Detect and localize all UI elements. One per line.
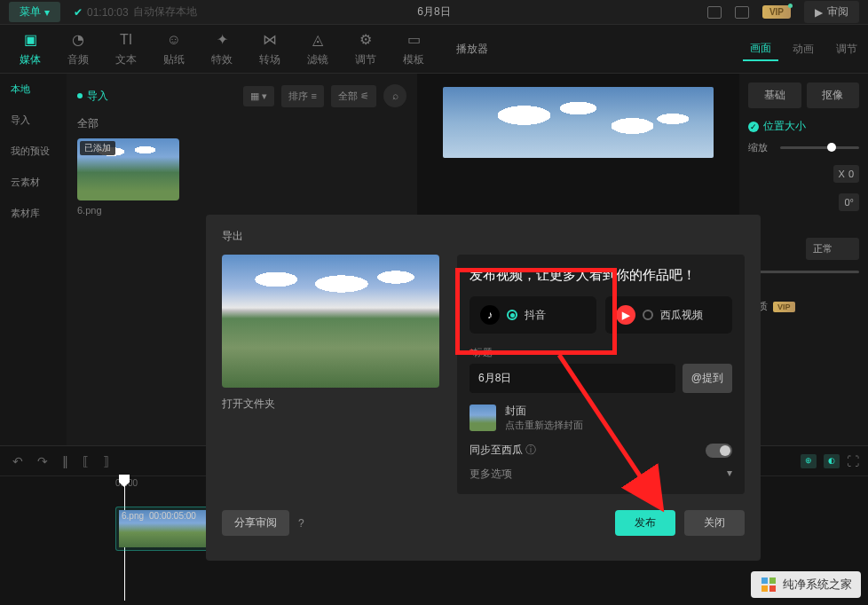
right-tab-animation[interactable]: 动画 xyxy=(785,38,821,60)
vip-badge-small: VIP xyxy=(773,302,795,312)
search-button[interactable]: ⌕ xyxy=(383,84,406,107)
radio-off-icon xyxy=(643,310,653,320)
cover-thumbnail xyxy=(470,405,496,431)
check-icon: ✔ xyxy=(74,6,83,19)
filter-icon: ◬ xyxy=(309,31,327,49)
tl-expand-icon[interactable]: ⛶ xyxy=(847,454,859,468)
prop-slider[interactable] xyxy=(748,271,859,273)
rotation-input[interactable]: 0° xyxy=(839,193,859,211)
scale-label: 缩放 xyxy=(748,141,773,154)
transition-icon: ⋈ xyxy=(261,31,279,49)
platform-xigua[interactable]: ▶ 西瓜视频 xyxy=(605,296,732,334)
sync-toggle[interactable] xyxy=(706,444,732,458)
blend-dropdown[interactable]: 正常 xyxy=(806,238,859,260)
effects-icon: ✦ xyxy=(213,31,231,49)
text-icon: TI xyxy=(117,31,135,49)
tab-text[interactable]: TI 文本 xyxy=(103,27,149,72)
cut-right-icon[interactable]: ⟧ xyxy=(103,454,109,468)
tab-template[interactable]: ▭ 模板 xyxy=(391,27,437,72)
sidebar-preset[interactable]: 我的预设 xyxy=(0,136,67,167)
adjust-icon: ⚙ xyxy=(357,31,375,49)
tab-effects[interactable]: ✦ 特效 xyxy=(199,27,245,72)
tool-tabs: ▣ 媒体 ◔ 音频 TI 文本 ☺ 贴纸 ✦ 特效 ⋈ 转场 ◬ 滤镜 ⚙ 调节… xyxy=(0,25,868,74)
sidebar-local[interactable]: 本地 xyxy=(0,74,67,105)
dot-icon xyxy=(77,93,83,98)
svg-rect-3 xyxy=(769,578,776,584)
media-thumbnail[interactable]: 已添加 xyxy=(77,138,179,200)
play-icon: ▶ xyxy=(815,6,823,19)
tab-transition[interactable]: ⋈ 转场 xyxy=(247,27,293,72)
help-icon[interactable]: ? xyxy=(298,517,304,530)
chevron-down-icon: ▾ xyxy=(44,6,50,19)
sidebar-left: 本地 导入 我的预设 云素材 素材库 xyxy=(0,74,67,445)
share-review-button[interactable]: 分享审阅 xyxy=(222,510,289,536)
tab-filter[interactable]: ◬ 滤镜 xyxy=(295,27,341,72)
layout-icon-1[interactable] xyxy=(707,6,722,19)
undo-icon[interactable]: ↶ xyxy=(12,454,23,468)
modal-title: 导出 xyxy=(222,229,745,244)
radio-on-icon xyxy=(507,310,517,320)
split-icon[interactable]: ‖ xyxy=(62,454,68,468)
sync-label: 同步至西瓜 ⓘ xyxy=(470,443,536,458)
tl-badge-1[interactable]: ⊕ xyxy=(801,454,817,468)
at-mention-button[interactable]: @提到 xyxy=(683,364,732,393)
import-button[interactable]: 导入 xyxy=(77,89,108,104)
title-field-label: *标题 xyxy=(470,346,732,359)
sidebar-library[interactable]: 素材库 xyxy=(0,198,67,229)
cover-selector[interactable]: 封面 点击重新选择封面 xyxy=(470,404,732,432)
right-tabs: 画面 动画 调节 xyxy=(739,25,868,74)
more-options[interactable]: 更多选项 ▾ xyxy=(470,467,732,482)
scale-slider[interactable] xyxy=(780,146,859,149)
open-folder-link[interactable]: 打开文件夹 xyxy=(222,397,439,412)
sort-button[interactable]: 排序 ≡ xyxy=(281,85,323,107)
vip-badge[interactable]: VIP xyxy=(762,5,791,19)
tab-media[interactable]: ▣ 媒体 xyxy=(7,27,53,72)
tab-sticker[interactable]: ☺ 贴纸 xyxy=(151,27,197,72)
clip-label: 6.png 00:00:05:00 xyxy=(122,511,196,521)
tab-audio[interactable]: ◔ 音频 xyxy=(55,27,101,72)
xigua-icon: ▶ xyxy=(616,305,635,325)
watermark-logo-icon xyxy=(760,576,777,593)
view-toggle[interactable]: ▦ ▾ xyxy=(243,86,274,106)
review-button[interactable]: ▶ 审阅 xyxy=(804,1,859,23)
right-tab-adjust[interactable]: 调节 xyxy=(829,38,864,60)
autosave-status: ✔ 01:10:03 自动保存本地 xyxy=(74,4,197,20)
svg-rect-4 xyxy=(761,585,768,592)
sidebar-import[interactable]: 导入 xyxy=(0,105,67,136)
platform-douyin[interactable]: ♪ 抖音 xyxy=(470,296,596,334)
watermark: 纯净系统之家 xyxy=(751,571,861,598)
subtab-basic[interactable]: 基础 xyxy=(748,82,801,108)
sidebar-cloud[interactable]: 云素材 xyxy=(0,167,67,198)
check-icon: ✓ xyxy=(748,122,759,132)
right-tab-picture[interactable]: 画面 xyxy=(743,37,778,61)
layout-icon-2[interactable] xyxy=(735,6,749,19)
douyin-icon: ♪ xyxy=(480,305,500,325)
media-category: 全部 xyxy=(77,116,406,131)
audio-icon: ◔ xyxy=(69,31,87,49)
tl-badge-2[interactable]: ◐ xyxy=(824,454,840,468)
filter-all[interactable]: 全部 ⚟ xyxy=(331,85,376,107)
position-size-header: ✓ 位置大小 xyxy=(748,119,859,134)
topbar: 菜单 ▾ ✔ 01:10:03 自动保存本地 6月8日 VIP ▶ 审阅 xyxy=(0,0,868,25)
x-input[interactable]: X 0 xyxy=(833,165,859,183)
menu-button[interactable]: 菜单 ▾ xyxy=(9,2,60,22)
chevron-down-icon: ▾ xyxy=(727,467,732,482)
tab-adjust[interactable]: ⚙ 调节 xyxy=(343,27,389,72)
subtab-cutout[interactable]: 抠像 xyxy=(807,82,860,108)
search-icon: ⌕ xyxy=(392,90,398,102)
publish-heading: 发布视频，让更多人看到你的作品吧！ xyxy=(470,267,732,284)
thumb-badge: 已添加 xyxy=(80,141,115,155)
cut-left-icon[interactable]: ⟦ xyxy=(83,454,89,468)
svg-rect-2 xyxy=(761,578,768,584)
project-title: 6月8日 xyxy=(417,4,450,20)
export-preview-image xyxy=(222,255,439,388)
redo-icon[interactable]: ↷ xyxy=(37,454,48,468)
sticker-icon: ☺ xyxy=(165,31,183,49)
template-icon: ▭ xyxy=(405,31,422,49)
media-icon: ▣ xyxy=(21,31,39,49)
close-button[interactable]: 关闭 xyxy=(684,510,745,536)
video-preview xyxy=(443,87,714,158)
publish-button[interactable]: 发布 xyxy=(615,510,675,536)
title-input[interactable]: 6月8日 xyxy=(470,364,675,393)
svg-rect-5 xyxy=(769,585,776,592)
